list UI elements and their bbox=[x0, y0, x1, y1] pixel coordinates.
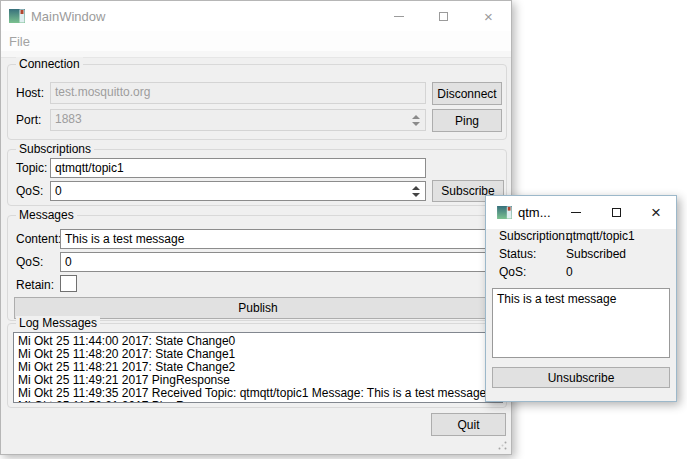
spin-up-icon bbox=[412, 115, 420, 119]
app-icon bbox=[497, 206, 512, 219]
qos-label: QoS: bbox=[499, 265, 526, 279]
close-icon: × bbox=[484, 9, 493, 24]
minimize-icon bbox=[571, 212, 581, 213]
quit-button[interactable]: Quit bbox=[431, 413, 506, 436]
msg-qos-label: QoS: bbox=[16, 255, 43, 269]
sub-titlebar: qtm... × bbox=[486, 196, 676, 229]
main-window: MainWindow × File Connection Host: test.… bbox=[0, 0, 512, 455]
subscription-value: qtmqtt/topic1 bbox=[566, 229, 635, 243]
msg-qos-spinbox[interactable]: 0 bbox=[60, 252, 502, 272]
messages-group-title: Messages bbox=[16, 208, 77, 222]
unsubscribe-button[interactable]: Unsubscribe bbox=[492, 367, 670, 388]
maximize-button[interactable] bbox=[421, 1, 466, 31]
subscription-window: qtm... × Subscription: qtmqtt/topic1 Sta… bbox=[485, 195, 677, 402]
connection-group: Connection Host: test.mosquitto.org Disc… bbox=[7, 64, 507, 140]
port-spin-arrows[interactable] bbox=[410, 110, 422, 130]
sub-qos-spin-arrows[interactable] bbox=[410, 182, 422, 200]
close-button[interactable]: × bbox=[636, 196, 676, 229]
port-label: Port: bbox=[16, 113, 41, 127]
minimize-button[interactable] bbox=[556, 196, 596, 229]
app-icon bbox=[9, 9, 25, 23]
host-label: Host: bbox=[16, 86, 44, 100]
log-group-title: Log Messages bbox=[16, 316, 100, 330]
spin-down-icon bbox=[412, 193, 420, 197]
menubar: File bbox=[1, 31, 511, 51]
sub-qos-label: QoS: bbox=[16, 184, 43, 198]
qos-value: 0 bbox=[566, 265, 573, 279]
subscription-status-row: Status: Subscribed bbox=[486, 247, 676, 265]
menu-file[interactable]: File bbox=[1, 34, 38, 49]
subscriptions-group: Subscriptions Topic: qtmqtt/topic1 QoS: … bbox=[7, 149, 507, 206]
main-window-title: MainWindow bbox=[31, 9, 105, 24]
maximize-button[interactable] bbox=[596, 196, 636, 229]
content-input[interactable]: This is a test message bbox=[60, 229, 502, 249]
maximize-icon bbox=[439, 12, 448, 21]
spin-down-icon bbox=[412, 122, 420, 126]
topic-label: Topic: bbox=[16, 161, 47, 175]
close-button[interactable]: × bbox=[466, 1, 511, 31]
port-spinbox[interactable]: 1883 bbox=[50, 109, 426, 131]
topic-input[interactable]: qtmqtt/topic1 bbox=[50, 158, 426, 178]
disconnect-button[interactable]: Disconnect bbox=[432, 82, 502, 105]
log-list[interactable]: Mi Okt 25 11:44:00 2017: State Change0 M… bbox=[13, 332, 503, 403]
subscription-label: Subscription: bbox=[499, 229, 568, 243]
status-label: Status: bbox=[499, 247, 536, 261]
subscriptions-group-title: Subscriptions bbox=[16, 142, 94, 156]
main-titlebar: MainWindow × bbox=[1, 1, 511, 31]
content-label: Content: bbox=[16, 232, 61, 246]
maximize-icon bbox=[612, 208, 621, 217]
minimize-button[interactable] bbox=[376, 1, 421, 31]
spin-up-icon bbox=[412, 186, 420, 190]
sub-qos-spinbox[interactable]: 0 bbox=[50, 181, 426, 201]
retain-label: Retain: bbox=[16, 278, 54, 292]
subscription-topic-row: Subscription: qtmqtt/topic1 bbox=[486, 229, 676, 247]
subscription-qos-row: QoS: 0 bbox=[486, 265, 676, 283]
status-value: Subscribed bbox=[566, 247, 626, 261]
log-entry: Mi Okt 25 11:50:21 2017 PingResponse bbox=[18, 400, 498, 403]
resize-grip-icon[interactable] bbox=[498, 441, 507, 450]
minimize-icon bbox=[394, 16, 404, 17]
connection-group-title: Connection bbox=[16, 57, 83, 71]
log-group: Log Messages Mi Okt 25 11:44:00 2017: St… bbox=[7, 323, 507, 408]
ping-button[interactable]: Ping bbox=[432, 109, 502, 132]
retain-checkbox[interactable] bbox=[60, 275, 77, 292]
close-icon: × bbox=[651, 204, 661, 221]
messages-group: Messages Content: This is a test message… bbox=[7, 215, 507, 321]
host-input[interactable]: test.mosquitto.org bbox=[50, 82, 426, 104]
subscription-properties: Subscription: qtmqtt/topic1 Status: Subs… bbox=[486, 229, 676, 283]
received-messages-area[interactable]: This is a test message bbox=[492, 288, 670, 358]
sub-window-title: qtm... bbox=[518, 205, 551, 220]
